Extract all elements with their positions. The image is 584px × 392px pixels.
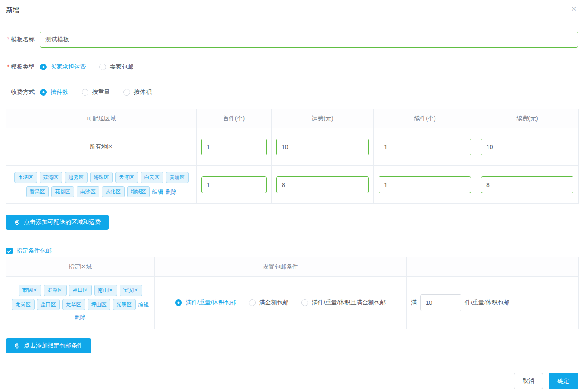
conditional-free-shipping-row: 指定条件包邮 — [6, 247, 578, 255]
checkbox-label: 指定条件包邮 — [16, 247, 52, 255]
column-header: 续件(个) — [374, 109, 476, 128]
delete-link[interactable]: 删除 — [166, 188, 177, 196]
radio-seller-free[interactable]: 卖家包邮 — [99, 63, 133, 71]
shipping-fee-table: 可配送区域 首件(个) 运费(元) 续件(个) 续费(元) 所有地区 市辖区荔湾… — [6, 109, 579, 204]
table-header-row: 指定区域 设置包邮条件 — [6, 257, 579, 277]
radio-piece-and-amount[interactable]: 满件/重量/体积且满金额包邮 — [301, 299, 386, 307]
column-header: 指定区域 — [6, 257, 155, 277]
region-tag: 海珠区 — [90, 172, 113, 183]
region-tag: 增城区 — [127, 186, 150, 197]
fee-input[interactable] — [276, 176, 369, 193]
template-name-input[interactable] — [40, 32, 578, 48]
template-type-label: 模板类型 — [6, 63, 35, 71]
column-header — [407, 257, 579, 277]
close-icon[interactable]: ✕ — [571, 5, 576, 13]
next-piece-input[interactable] — [379, 139, 471, 155]
region-tag: 市辖区 — [19, 285, 41, 296]
radio-label: 满金额包邮 — [259, 299, 289, 307]
region-tag: 宝安区 — [120, 285, 142, 296]
radio-amount[interactable]: 满金额包邮 — [249, 299, 289, 307]
threshold-suffix: 件/重量/体积包邮 — [465, 299, 509, 307]
radio-unchecked-icon — [82, 89, 88, 96]
column-header: 可配送区域 — [6, 109, 197, 128]
location-pin-icon — [14, 219, 20, 226]
first-piece-input[interactable] — [201, 176, 267, 193]
region-tag: 从化区 — [102, 186, 125, 197]
radio-label: 卖家包邮 — [110, 63, 133, 71]
table-row-all-areas: 所有地区 — [6, 128, 579, 166]
next-fee-input[interactable] — [481, 176, 573, 193]
region-tag: 荔湾区 — [40, 172, 62, 183]
radio-unchecked-icon — [99, 64, 106, 70]
region-tag: 黄埔区 — [166, 172, 189, 183]
delete-link[interactable]: 删除 — [75, 313, 86, 321]
radio-by-weight[interactable]: 按重量 — [82, 88, 110, 96]
radio-label: 买家承担运费 — [51, 63, 86, 71]
region-tag: 福田区 — [69, 285, 92, 296]
table-row-guangzhou-areas: 市辖区荔湾区越秀区海珠区天河区白云区黄埔区番禺区花都区南沙区从化区增城区 编辑 … — [6, 166, 579, 204]
edit-link[interactable]: 编辑 — [152, 188, 163, 196]
radio-label: 满件/重量/体积包邮 — [186, 299, 236, 307]
column-header: 运费(元) — [272, 109, 374, 128]
radio-unchecked-icon — [301, 299, 308, 306]
dialog-footer: 取消 确定 — [514, 373, 578, 389]
location-pin-icon — [14, 343, 20, 349]
page-title: 新增 — [6, 6, 578, 15]
table-row-shenzhen-areas: 市辖区罗湖区福田区南山区宝安区龙岗区盐田区龙华区坪山区光明区 编辑 删除 满件/… — [6, 277, 579, 329]
region-tag: 番禺区 — [26, 186, 49, 197]
radio-unchecked-icon — [249, 299, 256, 306]
add-condition-label: 点击添加指定包邮条件 — [24, 342, 83, 349]
column-header: 首件(个) — [197, 109, 272, 128]
template-type-row: 模板类型 买家承担运费 卖家包邮 — [6, 63, 578, 71]
region-tag: 南沙区 — [77, 186, 99, 197]
radio-unchecked-icon — [123, 89, 130, 96]
free-shipping-condition-table: 指定区域 设置包邮条件 市辖区罗湖区福田区南山区宝安区龙岗区盐田区龙华区坪山区光… — [6, 257, 579, 329]
region-tag: 坪山区 — [88, 299, 110, 310]
radio-checked-icon — [175, 299, 182, 306]
radio-by-piece[interactable]: 按件数 — [40, 88, 68, 96]
region-tag: 龙华区 — [62, 299, 85, 310]
add-condition-button[interactable]: 点击添加指定包邮条件 — [6, 338, 91, 353]
radio-label: 满件/重量/体积且满金额包邮 — [312, 299, 386, 307]
region-tag: 天河区 — [115, 172, 138, 183]
threshold-prefix: 满 — [411, 299, 417, 307]
region-tag: 盐田区 — [37, 299, 60, 310]
region-tag: 南山区 — [94, 285, 117, 296]
table-header-row: 可配送区域 首件(个) 运费(元) 续件(个) 续费(元) — [6, 109, 579, 128]
first-piece-input[interactable] — [201, 139, 267, 155]
radio-piece-weight-volume[interactable]: 满件/重量/体积包邮 — [175, 299, 236, 307]
radio-checked-icon — [40, 89, 47, 96]
next-fee-input[interactable] — [481, 139, 573, 155]
threshold-input[interactable] — [420, 294, 461, 311]
radio-by-volume[interactable]: 按体积 — [123, 88, 152, 96]
region-tag: 白云区 — [141, 172, 163, 183]
add-template-dialog: 新增 ✕ 模板名称 模板类型 买家承担运费 卖家包邮 收费方式 按件数 按重量 … — [0, 0, 584, 392]
region-tag-list: 市辖区荔湾区越秀区海珠区天河区白云区黄埔区番禺区花都区南沙区从化区增城区 编辑 … — [10, 172, 193, 197]
condition-radio-group: 满件/重量/体积包邮 满金额包邮 满件/重量/体积且满金额包邮 — [155, 299, 406, 307]
next-piece-input[interactable] — [379, 176, 471, 193]
charge-method-label: 收费方式 — [6, 88, 35, 96]
threshold-setting: 满 件/重量/体积包邮 — [411, 294, 578, 311]
column-header: 续费(元) — [476, 109, 579, 128]
region-tag: 越秀区 — [65, 172, 88, 183]
region-tag: 光明区 — [113, 299, 136, 310]
region-tag: 花都区 — [51, 186, 74, 197]
checkbox-checked-icon[interactable] — [6, 248, 13, 254]
region-tag: 罗湖区 — [44, 285, 67, 296]
template-name-label: 模板名称 — [6, 36, 35, 43]
cancel-button[interactable]: 取消 — [514, 373, 543, 389]
radio-label: 按件数 — [51, 88, 68, 96]
radio-checked-icon — [40, 64, 47, 70]
column-header: 设置包邮条件 — [155, 257, 407, 277]
region-tag-list: 市辖区罗湖区福田区南山区宝安区龙岗区盐田区龙华区坪山区光明区 编辑 删除 — [10, 285, 151, 321]
radio-buyer-pays[interactable]: 买家承担运费 — [40, 63, 86, 71]
edit-link[interactable]: 编辑 — [138, 301, 149, 309]
radio-label: 按体积 — [134, 88, 152, 96]
fee-input[interactable] — [276, 139, 369, 155]
add-area-fee-label: 点击添加可配送的区域和运费 — [24, 219, 101, 226]
region-tag: 市辖区 — [14, 172, 37, 183]
radio-label: 按重量 — [92, 88, 110, 96]
confirm-button[interactable]: 确定 — [549, 373, 578, 389]
add-area-fee-button[interactable]: 点击添加可配送的区域和运费 — [6, 215, 109, 230]
charge-method-row: 收费方式 按件数 按重量 按体积 — [6, 88, 578, 96]
